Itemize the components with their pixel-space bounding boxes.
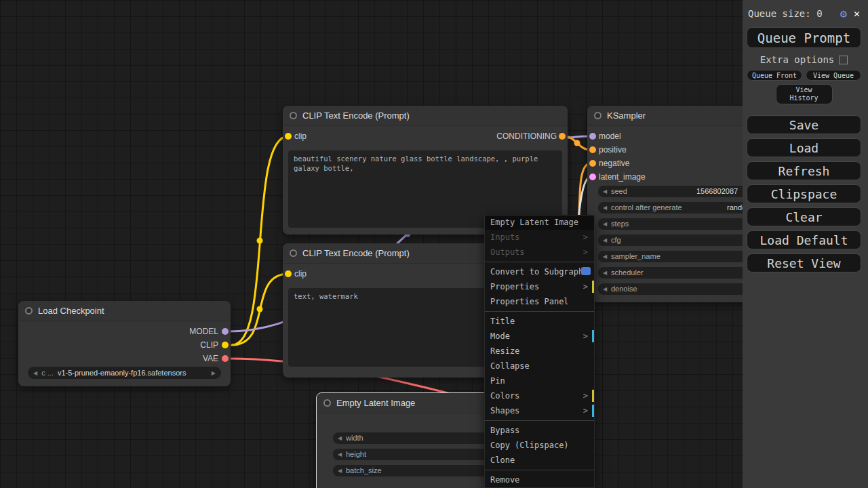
- menu-item-remove[interactable]: Remove: [485, 472, 594, 487]
- menu-item-label: Bypass: [490, 426, 519, 435]
- menu-item-label: Pin: [490, 376, 505, 386]
- widget-name: c ...: [41, 369, 54, 377]
- decrement-arrow-icon[interactable]: ◀: [603, 221, 607, 227]
- menu-item-bypass[interactable]: Bypass: [485, 423, 594, 438]
- output-label-clip: CLIP: [200, 340, 218, 350]
- refresh-button[interactable]: Refresh: [747, 161, 861, 180]
- menu-item-clone[interactable]: Clone: [485, 453, 594, 468]
- submenu-arrow-icon: >: [583, 282, 588, 291]
- widget-name: cfg: [611, 236, 621, 244]
- extra-options-checkbox[interactable]: [839, 56, 848, 64]
- decrement-arrow-icon[interactable]: ◀: [603, 188, 607, 195]
- decrement-arrow-icon[interactable]: ◀: [603, 286, 607, 292]
- input-label-clip: clip: [294, 131, 307, 141]
- menu-item-properties-panel[interactable]: Properties Panel: [485, 294, 594, 309]
- menu-item-convert-to-subgraph[interactable]: Convert to Subgraph: [485, 264, 594, 279]
- decrement-arrow-icon[interactable]: ◀: [603, 205, 607, 211]
- menu-item-pin[interactable]: Pin: [485, 373, 594, 388]
- input-label-model: model: [599, 131, 621, 141]
- widget-name: control after generate: [611, 203, 682, 211]
- decrement-arrow-icon[interactable]: ◀: [603, 237, 607, 243]
- input-slot-clip[interactable]: [285, 270, 292, 277]
- view-history-button[interactable]: View History: [776, 84, 833, 104]
- widget-name: width: [346, 434, 363, 442]
- menu-item-properties[interactable]: Properties >: [485, 279, 594, 294]
- view-queue-button[interactable]: View Queue: [806, 70, 861, 81]
- output-slot-conditioning[interactable]: [559, 133, 566, 140]
- input-label-clip: clip: [294, 269, 307, 279]
- menu-item-resize[interactable]: Resize: [485, 344, 594, 359]
- input-slot-positive[interactable]: [589, 146, 596, 153]
- menu-item-mode[interactable]: Mode >: [485, 329, 594, 344]
- context-menu: Empty Latent Image Inputs > Outputs > Co…: [484, 215, 595, 488]
- widget-name: batch_size: [346, 466, 382, 474]
- widget-name: denoise: [611, 285, 637, 293]
- node-load-checkpoint[interactable]: Load Checkpoint MODEL CLIP VAE ◀ c ... v…: [18, 301, 231, 386]
- submenu-arrow-icon: >: [583, 391, 588, 401]
- input-label-negative: negative: [599, 159, 629, 168]
- menu-item-colors[interactable]: Colors >: [485, 388, 594, 403]
- menu-item-label: Clone: [490, 455, 515, 465]
- collapse-dot-icon[interactable]: [25, 307, 33, 314]
- node-title: KSampler: [607, 110, 646, 121]
- widget-name: steps: [611, 220, 629, 228]
- menu-separator: [485, 470, 594, 470]
- load-button[interactable]: Load: [747, 138, 861, 157]
- node-canvas[interactable]: CLIP Text Encode (Prompt) clip CONDITION…: [0, 0, 868, 488]
- menu-item-label: Shapes: [490, 406, 519, 415]
- menu-item-label: Properties Panel: [490, 297, 569, 306]
- collapse-dot-icon[interactable]: [290, 249, 297, 257]
- link-dot[interactable]: [257, 306, 263, 312]
- load-default-button[interactable]: Load Default: [747, 230, 861, 249]
- output-slot-model[interactable]: [222, 328, 229, 335]
- decrement-arrow-icon[interactable]: ◀: [338, 468, 342, 474]
- menu-separator: [485, 311, 594, 312]
- menu-item-label: Inputs: [490, 232, 519, 242]
- decrement-arrow-icon[interactable]: ◀: [338, 451, 342, 458]
- decrement-arrow-icon[interactable]: ◀: [33, 370, 37, 376]
- node-title: CLIP Text Encode (Prompt): [302, 248, 410, 258]
- ckpt-name-combo-widget[interactable]: ◀ c ... v1-5-pruned-emaonly-fp16.safeten…: [28, 367, 221, 379]
- output-slot-clip[interactable]: [222, 342, 229, 348]
- menu-item-label: Outputs: [490, 247, 525, 257]
- collapse-dot-icon[interactable]: [290, 112, 297, 119]
- collapse-dot-icon[interactable]: [323, 399, 331, 407]
- queue-front-button[interactable]: Queue Front: [747, 70, 802, 81]
- input-slot-negative[interactable]: [589, 160, 596, 167]
- clipspace-button[interactable]: Clipspace: [747, 184, 861, 203]
- save-button[interactable]: Save: [747, 115, 861, 134]
- increment-arrow-icon[interactable]: ▶: [212, 370, 216, 376]
- menu-item-shapes[interactable]: Shapes >: [485, 403, 594, 418]
- widget-name: height: [346, 450, 366, 458]
- widget-name: scheduler: [611, 268, 644, 277]
- menu-item-copy-clipspace[interactable]: Copy (Clipspace): [485, 438, 594, 453]
- input-slot-model[interactable]: [589, 133, 596, 140]
- decrement-arrow-icon[interactable]: ◀: [603, 270, 607, 276]
- decrement-arrow-icon[interactable]: ◀: [338, 435, 342, 441]
- submenu-arrow-icon: >: [583, 406, 588, 415]
- link-dot[interactable]: [257, 238, 263, 244]
- widget-name: seed: [611, 187, 627, 195]
- menu-separator: [485, 262, 594, 262]
- input-slot-clip[interactable]: [285, 133, 292, 140]
- menu-item-label: Collapse: [490, 361, 530, 371]
- output-slot-vae[interactable]: [222, 355, 229, 362]
- link-dot[interactable]: [574, 140, 580, 146]
- settings-gear-icon[interactable]: ⚙: [840, 7, 847, 20]
- submenu-arrow-icon: >: [583, 247, 588, 257]
- reset-view-button[interactable]: Reset View: [747, 253, 861, 272]
- decrement-arrow-icon[interactable]: ◀: [603, 253, 607, 260]
- node-title-bar[interactable]: Load Checkpoint: [18, 301, 231, 321]
- menu-item-inputs: Inputs >: [485, 230, 594, 245]
- menu-item-label: Copy (Clipspace): [490, 441, 569, 450]
- clear-button[interactable]: Clear: [747, 207, 861, 226]
- menu-item-collapse[interactable]: Collapse: [485, 359, 594, 373]
- input-label-positive: positive: [599, 145, 627, 155]
- queue-prompt-button[interactable]: Queue Prompt: [747, 27, 861, 48]
- menu-item-title[interactable]: Title: [485, 314, 594, 329]
- collapse-dot-icon[interactable]: [594, 112, 601, 119]
- close-icon[interactable]: ✕: [854, 7, 860, 20]
- context-menu-title: Empty Latent Image: [485, 216, 594, 230]
- node-title-bar[interactable]: CLIP Text Encode (Prompt): [283, 106, 568, 126]
- input-slot-latent-image[interactable]: [589, 174, 596, 180]
